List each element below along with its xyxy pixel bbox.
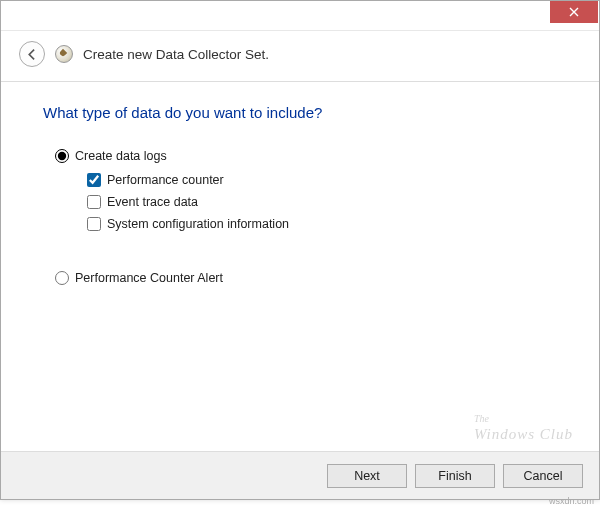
checkbox-group: Performance counter Event trace data Sys… <box>87 173 557 231</box>
radio-create-data-logs[interactable]: Create data logs <box>55 149 557 163</box>
wizard-title: Create new Data Collector Set. <box>83 47 269 62</box>
cancel-button[interactable]: Cancel <box>503 464 583 488</box>
check-performance-counter[interactable]: Performance counter <box>87 173 557 187</box>
page-question: What type of data do you want to include… <box>43 104 557 121</box>
radio-perf-counter-alert-input[interactable] <box>55 271 69 285</box>
back-button[interactable] <box>19 41 45 67</box>
radio-label: Performance Counter Alert <box>75 271 223 285</box>
button-bar: Next Finish Cancel <box>1 451 599 499</box>
checkbox-label: Event trace data <box>107 195 198 209</box>
titlebar <box>1 1 599 31</box>
checkbox-label: Performance counter <box>107 173 224 187</box>
watermark: The Windows Club <box>474 413 573 443</box>
radio-create-data-logs-input[interactable] <box>55 149 69 163</box>
check-system-config[interactable]: System configuration information <box>87 217 557 231</box>
back-arrow-icon <box>26 48 39 61</box>
radio-perf-counter-alert[interactable]: Performance Counter Alert <box>55 271 557 285</box>
close-icon <box>569 7 579 17</box>
app-icon <box>55 45 73 63</box>
source-label: wsxdn.com <box>549 496 594 506</box>
checkbox-label: System configuration information <box>107 217 289 231</box>
content-area: What type of data do you want to include… <box>1 82 599 317</box>
wizard-window: Create new Data Collector Set. What type… <box>0 0 600 500</box>
check-system-config-input[interactable] <box>87 217 101 231</box>
check-performance-counter-input[interactable] <box>87 173 101 187</box>
watermark-line1: The <box>474 413 573 425</box>
watermark-line2: Windows Club <box>474 425 573 443</box>
next-button[interactable]: Next <box>327 464 407 488</box>
check-event-trace[interactable]: Event trace data <box>87 195 557 209</box>
radio-label: Create data logs <box>75 149 167 163</box>
close-button[interactable] <box>550 1 598 23</box>
wizard-header: Create new Data Collector Set. <box>1 31 599 82</box>
radio-group: Create data logs Performance counter Eve… <box>55 149 557 285</box>
check-event-trace-input[interactable] <box>87 195 101 209</box>
finish-button[interactable]: Finish <box>415 464 495 488</box>
